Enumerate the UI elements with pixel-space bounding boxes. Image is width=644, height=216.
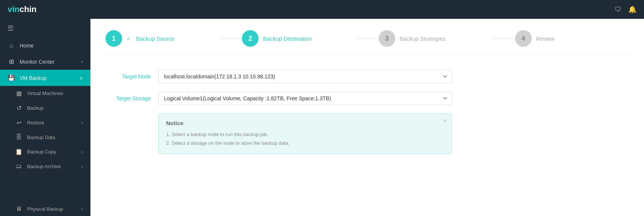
notice-title: Notice [166,120,444,126]
step-4-number: 4 [522,35,525,43]
sidebar-label-physical-backup: Physical Backup [27,206,63,212]
chevron-icon: › [81,59,83,64]
sidebar-label-backup-archive: Backup Archive [27,164,61,169]
sidebar-label-monitor: Monitor Center [20,59,55,65]
step-4: 4 Review [515,30,629,47]
step-3-circle: 3 [379,30,395,47]
monitor-icon: ⊞ [8,58,15,65]
step-3: 3 Backup Strategies [379,30,493,47]
target-storage-label: Target Storage [106,95,158,101]
backup-copy-icon: 📋 [15,148,23,155]
notice-item-1: 1. Select a backup node to run this back… [166,130,444,139]
sidebar-label-backup-copy: Backup Copy [27,149,56,155]
step-2-number: 2 [248,35,252,43]
sidebar-item-backup[interactable]: ↺ Backup [0,101,90,115]
sidebar-item-monitor-center[interactable]: ⊞ Monitor Center › [0,54,90,70]
logo-suffix: chin [20,5,37,14]
backup-copy-chevron-icon: › [81,149,83,155]
target-storage-select[interactable]: Logical Volume1(Logical Volume, Capacity… [158,92,452,105]
step-1-check-icon: ✓ [127,36,131,41]
stepper: 1 ✓ Backup Source 2 Backup Destination 3… [106,30,629,55]
messages-icon[interactable]: 🗨 [615,6,621,14]
restore-chevron-icon: › [81,120,83,126]
backup-data-icon: 🗄 [15,134,23,141]
sidebar: ☰ ⌂ Home ⊞ Monitor Center › 💾 VM Backup … [0,0,90,216]
sidebar-label-home: Home [20,43,34,49]
sidebar-label-vm-backup: VM Backup [20,75,47,81]
step-1: 1 ✓ Backup Source [106,30,219,47]
topbar-icons: 🗨 🔔 [615,5,636,14]
sidebar-item-restore[interactable]: ↩ Restore › [0,115,90,130]
step-2: 2 Backup Destination [242,30,356,47]
sidebar-item-home[interactable]: ⌂ Home [0,38,90,54]
sidebar-item-virtual-machines[interactable]: ▦ Virtual Machines [0,86,90,101]
chevron-down-icon: ∨ [80,75,83,81]
sidebar-label-backup: Backup [27,105,43,111]
target-node-label: Target Node [106,74,158,80]
menu-toggle-icon[interactable]: ☰ [0,19,90,38]
step-divider-1 [219,38,242,39]
topbar: vinchin 🗨 🔔 [0,0,644,19]
target-node-select[interactable]: localhost.localdomain(172.18.1.3 10.10.9… [158,70,452,83]
target-node-row: Target Node localhost.localdomain(172.18… [106,70,629,83]
step-1-circle: 1 [106,30,122,47]
sidebar-label-virtual-machines: Virtual Machines [27,90,63,96]
step-divider-2 [356,38,379,39]
physical-backup-icon: 🖥 [15,205,23,212]
notice-item-2: 2. Select a storage on the node to store… [166,139,444,147]
restore-icon: ↩ [15,119,23,126]
notice-close-button[interactable]: × [443,118,447,124]
step-1-label: Backup Source [136,35,174,42]
vm-backup-icon: 💾 [8,74,15,81]
backup-archive-icon: 🗂 [15,163,23,170]
step-2-label: Backup Destination [263,35,312,42]
step-3-number: 3 [385,35,389,43]
physical-backup-chevron-icon: › [81,206,83,212]
step-divider-3 [493,38,515,39]
backup-archive-chevron-icon: › [81,164,83,169]
logo: vinchin [8,5,37,14]
step-3-label: Backup Strategies [400,35,446,42]
step-4-circle: 4 [515,30,532,47]
logo-prefix: vin [8,5,20,14]
content-area: 1 ✓ Backup Source 2 Backup Destination 3… [90,19,644,216]
sidebar-item-vm-backup[interactable]: 💾 VM Backup ∨ [0,70,90,86]
step-2-circle: 2 [242,30,259,47]
virtual-machines-icon: ▦ [15,90,23,97]
sidebar-item-physical-backup[interactable]: 🖥 Physical Backup › [0,202,90,216]
sidebar-label-backup-data: Backup Data [27,135,55,140]
sidebar-label-restore: Restore [27,120,44,126]
backup-icon: ↺ [15,104,23,112]
target-storage-row: Target Storage Logical Volume1(Logical V… [106,92,629,105]
sidebar-item-backup-data[interactable]: 🗄 Backup Data [0,130,90,144]
step-1-number: 1 [112,35,116,43]
notifications-icon[interactable]: 🔔 [628,5,636,14]
step-4-label: Review [536,35,555,42]
notice-box: Notice 1. Select a backup node to run th… [158,113,452,154]
sidebar-item-backup-archive[interactable]: 🗂 Backup Archive › [0,159,90,173]
main-content: 1 ✓ Backup Source 2 Backup Destination 3… [90,0,644,216]
sidebar-item-backup-copy[interactable]: 📋 Backup Copy › [0,144,90,159]
home-icon: ⌂ [8,42,15,49]
